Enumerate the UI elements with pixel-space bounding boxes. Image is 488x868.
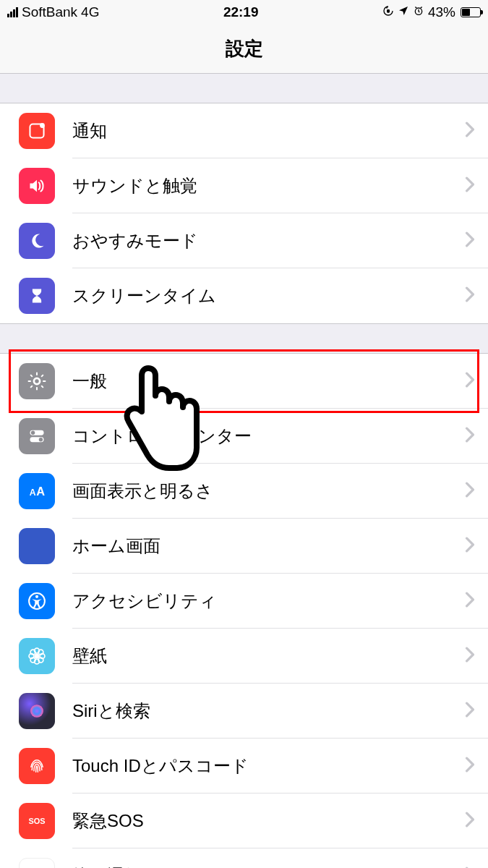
speaker-icon <box>19 168 55 204</box>
row-siri[interactable]: Siriと検索 <box>0 684 488 739</box>
svg-text:A: A <box>30 488 36 498</box>
svg-point-3 <box>40 123 45 128</box>
svg-text:A: A <box>36 485 45 498</box>
svg-text:SOS: SOS <box>29 817 46 825</box>
svg-line-8 <box>30 375 33 377</box>
chevron-right-icon <box>465 865 475 869</box>
chevron-right-icon <box>465 480 475 503</box>
chevron-right-icon <box>465 425 475 448</box>
row-notifications[interactable]: 通知 <box>0 103 488 158</box>
svg-point-19 <box>35 595 38 598</box>
svg-point-29 <box>30 705 43 718</box>
flower-icon <box>19 638 55 674</box>
signal-icon <box>7 7 18 17</box>
svg-rect-0 <box>388 10 390 12</box>
row-label: スクリーンタイム <box>72 284 465 307</box>
battery-pct-label: 43% <box>428 4 455 20</box>
chevron-right-icon <box>465 810 475 833</box>
row-label: 接触通知 <box>72 864 465 868</box>
list-group: 通知サウンドと触覚おやすみモードスクリーンタイム <box>0 103 488 324</box>
home-grid-icon <box>19 528 55 564</box>
row-wallpaper[interactable]: 壁紙 <box>0 629 488 684</box>
gear-icon <box>19 363 55 399</box>
status-left: SoftBank 4G <box>7 4 99 20</box>
row-screentime[interactable]: スクリーンタイム <box>0 268 488 323</box>
clock-label: 22:19 <box>223 4 259 20</box>
battery-icon <box>461 7 481 17</box>
chevron-right-icon <box>465 175 475 197</box>
orientation-lock-icon <box>382 4 394 20</box>
svg-line-10 <box>41 375 43 377</box>
chevron-right-icon <box>465 755 475 778</box>
hourglass-icon <box>19 278 55 314</box>
display-aa-icon: AA <box>19 473 55 509</box>
siri-icon <box>19 693 55 729</box>
chevron-right-icon <box>465 700 475 723</box>
sos-icon: SOS <box>19 803 55 839</box>
row-label: ホーム画面 <box>72 535 465 558</box>
chevron-right-icon <box>465 590 475 613</box>
row-home[interactable]: ホーム画面 <box>0 519 488 574</box>
chevron-right-icon <box>465 645 475 668</box>
accessibility-icon <box>19 583 55 619</box>
switches-icon <box>19 418 55 454</box>
row-general[interactable]: 一般 <box>0 354 488 409</box>
alarm-icon <box>413 4 424 20</box>
svg-point-13 <box>31 431 35 435</box>
status-right: 43% <box>382 4 481 20</box>
svg-point-15 <box>39 438 43 441</box>
list-group: 一般コントロールセンターAA画面表示と明るさホーム画面アクセシビリティ壁紙Sir… <box>0 353 488 868</box>
row-sos[interactable]: SOS緊急SOS <box>0 793 488 848</box>
chevron-right-icon <box>465 535 475 558</box>
chevron-right-icon <box>465 120 475 142</box>
row-label: Touch IDとパスコード <box>72 754 465 778</box>
svg-line-11 <box>30 386 33 388</box>
row-label: おやすみモード <box>72 229 465 252</box>
exposure-icon <box>19 858 55 868</box>
chevron-right-icon <box>465 370 475 393</box>
fingerprint-icon <box>19 748 55 784</box>
row-exposure[interactable]: 接触通知 <box>0 848 488 868</box>
row-label: アクセシビリティ <box>72 590 465 613</box>
status-bar: SoftBank 4G 22:19 43% <box>0 0 488 25</box>
svg-point-20 <box>35 654 38 658</box>
moon-icon <box>19 223 55 259</box>
carrier-label: SoftBank <box>22 4 77 20</box>
row-label: 壁紙 <box>72 644 465 668</box>
chevron-right-icon <box>465 230 475 252</box>
row-label: Siriと検索 <box>72 699 465 723</box>
network-label: 4G <box>81 4 99 20</box>
nav-header: 設定 <box>0 25 488 74</box>
row-label: 緊急SOS <box>72 809 465 833</box>
row-dnd[interactable]: おやすみモード <box>0 213 488 268</box>
row-label: 画面表示と明るさ <box>72 480 465 503</box>
row-label: 通知 <box>72 119 465 142</box>
row-control-center[interactable]: コントロールセンター <box>0 409 488 464</box>
row-touchid[interactable]: Touch IDとパスコード <box>0 739 488 793</box>
row-sounds[interactable]: サウンドと触覚 <box>0 158 488 213</box>
row-label: 一般 <box>72 370 465 393</box>
row-display[interactable]: AA画面表示と明るさ <box>0 464 488 519</box>
svg-line-9 <box>41 386 43 388</box>
page-title: 設定 <box>226 36 263 61</box>
chevron-right-icon <box>465 285 475 307</box>
row-accessibility[interactable]: アクセシビリティ <box>0 574 488 629</box>
location-icon <box>398 4 409 20</box>
row-label: コントロールセンター <box>72 425 465 448</box>
row-label: サウンドと触覚 <box>72 174 465 197</box>
notification-icon <box>19 113 55 149</box>
